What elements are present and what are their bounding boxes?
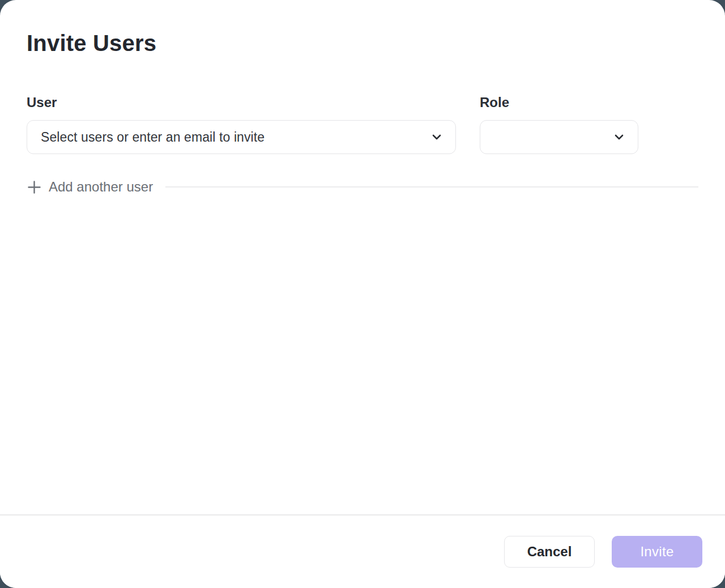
invite-users-modal: Invite Users User Select users or enter …	[0, 0, 725, 588]
user-role-row: User Select users or enter an email to i…	[27, 94, 698, 154]
add-another-user-row: Add another user	[27, 179, 698, 195]
user-field: User Select users or enter an email to i…	[27, 94, 456, 154]
role-field: Role	[480, 94, 638, 154]
role-select[interactable]	[480, 120, 638, 154]
divider	[165, 186, 698, 188]
modal-title: Invite Users	[27, 29, 698, 57]
cancel-button[interactable]: Cancel	[504, 536, 595, 568]
plus-icon	[27, 180, 42, 195]
add-another-user-button[interactable]: Add another user	[27, 179, 153, 195]
user-label: User	[27, 94, 456, 111]
chevron-down-icon	[613, 131, 625, 143]
user-select[interactable]: Select users or enter an email to invite	[27, 120, 456, 154]
chevron-down-icon	[430, 131, 443, 143]
modal-footer: Cancel Invite	[0, 514, 725, 588]
add-another-user-label: Add another user	[49, 179, 153, 195]
invite-button[interactable]: Invite	[612, 536, 702, 568]
backdrop: { "modal": { "title": "Invite Users", "f…	[0, 0, 725, 588]
role-label: Role	[480, 94, 638, 111]
user-select-placeholder: Select users or enter an email to invite	[41, 130, 265, 145]
